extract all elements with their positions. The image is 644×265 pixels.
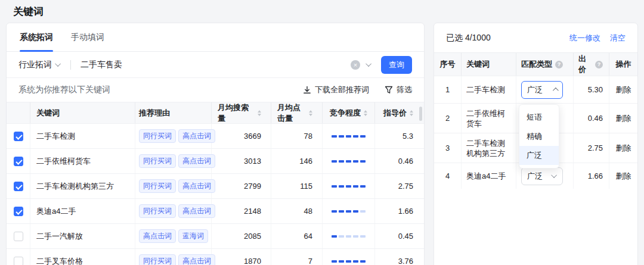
page-title: 关键词 (13, 5, 44, 18)
search-volume-value: 3013 (212, 149, 271, 173)
search-volume-value: 2799 (212, 174, 271, 198)
col-guide-price[interactable]: 指导价 (375, 102, 424, 123)
col-clicks[interactable]: 月均点击量 (271, 102, 323, 123)
sort-icon[interactable] (309, 110, 312, 116)
table-row: 二手车检测机构第三方 同行买词高点击词 2799 115 2.75 (7, 173, 424, 198)
reason-tag: 高点击词 (178, 204, 215, 218)
clear-input-icon[interactable]: × (351, 60, 360, 70)
keyword-text: 二手一汽解放 (36, 231, 83, 242)
download-all-label: 下载全部推荐词 (315, 85, 369, 95)
row-index: 3 (434, 133, 462, 163)
match-type-select[interactable]: 广泛 (521, 81, 563, 99)
col-search-volume[interactable]: 月均搜索量 (212, 102, 271, 123)
guide-price-value: 2.75 (375, 174, 424, 198)
match-type-dropdown: 短语 精确 广泛 (519, 104, 559, 169)
row-checkbox[interactable] (14, 232, 23, 241)
filter-icon (385, 86, 393, 94)
select-all-cell (7, 102, 30, 123)
bid-value: 0.46 (574, 104, 609, 133)
selected-header: 已选 4/1000 统一修改 清空 (434, 23, 637, 53)
sort-icon[interactable] (258, 110, 261, 116)
col-competition[interactable]: 竞争程度 (323, 102, 375, 123)
filter-label: 筛选 (397, 85, 412, 95)
col-bid: 出价 (578, 54, 592, 75)
keyword-text: 二手车检测 (466, 85, 505, 95)
help-icon[interactable]: ? (595, 61, 603, 68)
keyword-text: 二手依维柯货车 (466, 108, 511, 129)
col-match-type: 匹配类型 (521, 59, 552, 70)
industry-select-label: 行业拓词 (18, 60, 52, 70)
guide-price-value: 3.76 (375, 249, 424, 265)
dropdown-option-exact[interactable]: 精确 (519, 127, 559, 146)
col-reason: 推荐理由 (139, 108, 170, 119)
tab-manual-fill[interactable]: 手动填词 (71, 23, 104, 52)
table-row: 奥迪a4二手 同行买词高点击词 2148 48 1.66 (7, 198, 424, 223)
reason-tag: 同行买词 (139, 179, 176, 193)
selected-table-header: 序号 关键词 匹配类型? 出价? 操作 (434, 53, 637, 76)
keyword-text: 奥迪a4二手 (36, 206, 76, 217)
delete-link[interactable]: 删除 (616, 113, 631, 123)
reason-tag: 高点击词 (178, 129, 215, 143)
help-icon[interactable]: ? (555, 61, 563, 68)
keyword-text: 二手依维柯货车 (36, 156, 91, 167)
sort-icon[interactable] (410, 110, 413, 116)
table-row: 二手叉车价格 同行买词高点击词 1870 7 3.76 (7, 248, 424, 265)
reason-tag: 同行买词 (139, 129, 176, 143)
guide-price-value: 0.45 (375, 224, 424, 248)
row-checkbox[interactable] (14, 157, 23, 166)
delete-link[interactable]: 删除 (616, 171, 631, 181)
row-checkbox[interactable] (14, 132, 23, 141)
search-volume-value: 2085 (212, 224, 271, 248)
dropdown-option-broad[interactable]: 广泛 (519, 146, 559, 165)
table-row: 二手依维柯货车 同行买词高点击词 3013 146 0.46 (7, 148, 424, 173)
keyword-text: 二手叉车价格 (36, 256, 83, 265)
recommend-hint-row: 系统为你推荐以下关键词 下载全部推荐词 筛选 (7, 78, 424, 102)
col-keyword: 关键词 (36, 108, 60, 119)
keyword-text: 二手车检测机构第三方 (36, 181, 114, 192)
guide-price-value: 1.66 (375, 199, 424, 223)
filter-button[interactable]: 筛选 (385, 85, 412, 95)
sort-icon[interactable] (364, 110, 367, 116)
competition-indicator (332, 160, 366, 163)
keyword-expansion-panel: 系统拓词 手动填词 行业拓词 × 查询 系统为你推荐以下关键词 下载全部推荐词 … (6, 23, 425, 265)
match-type-select[interactable]: 广泛 (521, 167, 563, 185)
competition-indicator (332, 210, 366, 213)
download-all-button[interactable]: 下载全部推荐词 (303, 85, 369, 95)
clear-all-link[interactable]: 清空 (610, 33, 626, 43)
batch-edit-link[interactable]: 统一修改 (569, 33, 600, 43)
row-index: 1 (434, 76, 462, 103)
reason-tag: 高点击词 (178, 254, 215, 265)
industry-expansion-select[interactable]: 行业拓词 (18, 60, 61, 70)
competition-indicator (332, 135, 366, 138)
clicks-value: 64 (271, 224, 323, 248)
dropdown-option-phrase[interactable]: 短语 (519, 108, 559, 127)
query-button[interactable]: 查询 (381, 56, 412, 74)
divider (70, 60, 71, 70)
delete-link[interactable]: 删除 (616, 85, 631, 95)
search-volume-value: 2148 (212, 199, 271, 223)
tab-system-expansion[interactable]: 系统拓词 (20, 23, 53, 52)
col-operation: 操作 (616, 59, 631, 70)
scrollbar-thumb[interactable] (419, 107, 422, 121)
reason-tag: 高点击词 (139, 229, 176, 243)
row-checkbox[interactable] (14, 182, 23, 191)
table-row: 二手一汽解放 高点击词蓝海词 2085 64 0.45 (7, 223, 424, 248)
row-checkbox[interactable] (14, 207, 23, 216)
competition-indicator (332, 185, 366, 188)
row-index: 4 (434, 163, 462, 189)
clicks-value: 146 (271, 149, 323, 173)
selected-count: 已选 4/1000 (446, 33, 491, 43)
reason-tag: 高点击词 (178, 179, 215, 193)
delete-link[interactable]: 删除 (616, 143, 631, 153)
row-index: 2 (434, 104, 462, 133)
row-checkbox[interactable] (14, 257, 23, 265)
keyword-search-input[interactable] (80, 60, 351, 70)
keyword-text: 奥迪a4二手 (466, 171, 506, 181)
keyword-text: 二手车检测 (36, 131, 75, 142)
selected-keywords-panel: 已选 4/1000 统一修改 清空 序号 关键词 匹配类型? 出价? 操作 1 … (434, 23, 638, 265)
chevron-up-icon (553, 88, 559, 93)
reason-tag: 同行买词 (139, 204, 176, 218)
chevron-down-icon[interactable] (366, 61, 371, 67)
competition-indicator (332, 235, 366, 238)
bid-value: 2.75 (574, 133, 609, 163)
